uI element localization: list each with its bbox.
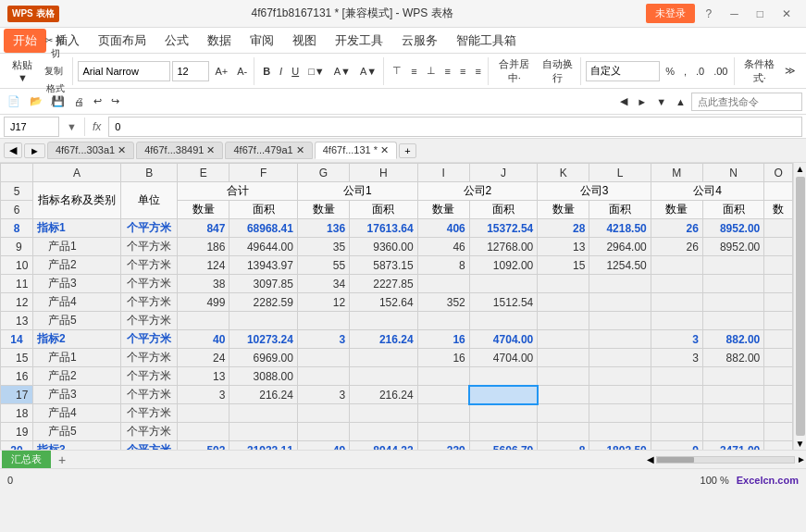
italic-button[interactable]: I [276,64,286,79]
cell-f10[interactable]: 13943.97 [229,256,298,275]
prev-tab-button[interactable]: ◀ [616,93,631,109]
border-button[interactable]: □▼ [304,64,329,79]
cell-o12[interactable] [764,293,793,312]
cell-gh5[interactable]: 公司1 [297,182,417,201]
copy-button[interactable]: 复制 [41,63,70,80]
cell-j15[interactable]: 4704.00 [469,349,538,367]
cell-e17[interactable]: 3 [178,386,229,404]
help-button[interactable]: ? [699,6,720,22]
scroll-thumb[interactable] [796,177,805,436]
horizontal-thumb[interactable] [657,457,694,463]
cell-a13[interactable]: 产品5 [33,312,121,330]
cell-o10[interactable] [764,256,793,275]
cell-h15[interactable] [350,349,418,367]
align-right[interactable]: ≡ [471,64,484,79]
cell-l8[interactable]: 4218.50 [589,219,651,238]
tab-nav-left[interactable]: ◀ [4,142,22,158]
cell-i18[interactable] [417,404,469,423]
cell-g9[interactable]: 35 [297,238,349,256]
cell-k6[interactable]: 数量 [538,201,589,219]
tab-up-button[interactable]: ▲ [672,94,689,109]
cell-n9[interactable]: 8952.00 [702,238,763,256]
cell-o18[interactable] [764,404,793,423]
cell-a11[interactable]: 产品3 [33,275,121,293]
cell-l14[interactable] [589,330,651,349]
cell-l17[interactable] [589,386,651,404]
cell-m16[interactable] [651,367,702,386]
cell-j11[interactable] [469,275,538,293]
cell-n13[interactable] [702,312,763,330]
col-header-m[interactable]: M [651,164,702,182]
cell-e15[interactable]: 24 [178,349,229,367]
cell-l20[interactable]: 1802.50 [589,441,651,451]
cell-i6[interactable]: 数量 [417,201,469,219]
cell-g6[interactable]: 数量 [297,201,349,219]
undo-button[interactable]: ↩ [90,93,105,109]
font-size-increase[interactable]: A+ [211,64,231,79]
cell-m20[interactable]: 9 [651,441,702,451]
scroll-down-button[interactable]: ▼ [795,438,806,450]
cell-f9[interactable]: 49644.00 [229,238,298,256]
cell-k12[interactable] [538,293,589,312]
cell-i9[interactable]: 46 [417,238,469,256]
cell-h8[interactable]: 17613.64 [350,219,418,238]
menu-item-dev[interactable]: 开发工具 [326,29,392,53]
cell-n19[interactable] [702,423,763,441]
cell-o19[interactable] [764,423,793,441]
cell-n15[interactable]: 882.00 [702,349,763,367]
cell-f19[interactable] [229,423,298,441]
col-header-a[interactable]: A [33,164,121,182]
cell-b17[interactable]: 个平方米 [121,386,178,404]
cell-h20[interactable]: 8944.22 [350,441,418,451]
font-family-input[interactable] [78,61,170,81]
cell-j10[interactable]: 1092.00 [469,256,538,275]
col-header-l[interactable]: L [589,164,651,182]
cell-h6[interactable]: 面积 [350,201,418,219]
cell-f12[interactable]: 2282.59 [229,293,298,312]
cell-l16[interactable] [589,367,651,386]
cell-g13[interactable] [297,312,349,330]
cell-n8[interactable]: 8952.00 [702,219,763,238]
cell-b19[interactable]: 个平方米 [121,423,178,441]
font-size-input[interactable] [172,61,209,81]
cell-h17[interactable]: 216.24 [350,386,418,404]
cell-b8[interactable]: 个平方米 [121,219,178,238]
cell-i14[interactable]: 16 [417,330,469,349]
cell-e9[interactable]: 186 [178,238,229,256]
cell-k17[interactable] [538,386,589,404]
cell-i15[interactable]: 16 [417,349,469,367]
cell-o16[interactable] [764,367,793,386]
cell-e14[interactable]: 40 [178,330,229,349]
tab-dropdown-button[interactable]: ▼ [652,94,670,109]
cell-k16[interactable] [538,367,589,386]
cell-g14[interactable]: 3 [297,330,349,349]
cell-n12[interactable] [702,293,763,312]
cell-h12[interactable]: 152.64 [350,293,418,312]
cell-j8[interactable]: 15372.54 [469,219,538,238]
cell-j19[interactable] [469,423,538,441]
cell-l18[interactable] [589,404,651,423]
cell-a9[interactable]: 产品1 [33,238,121,256]
cell-i16[interactable] [417,367,469,386]
underline-button[interactable]: U [288,64,303,79]
cell-i11[interactable] [417,275,469,293]
cell-b20[interactable]: 个平方米 [121,441,178,451]
menu-item-layout[interactable]: 页面布局 [89,29,155,53]
cell-o8[interactable] [764,219,793,238]
open-button[interactable]: 📂 [26,93,46,109]
cell-g20[interactable]: 49 [297,441,349,451]
cell-j12[interactable]: 1512.54 [469,293,538,312]
cell-m17[interactable] [651,386,702,404]
cell-b18[interactable]: 个平方米 [121,404,178,423]
auto-wrap-button[interactable]: 自动换行 [538,56,577,87]
cond-format-button[interactable]: 条件格式· [739,56,779,87]
dec-decrease[interactable]: .00 [710,64,731,79]
percent-button[interactable]: % [662,64,678,79]
cell-i20[interactable]: 339 [417,441,469,451]
col-header-e[interactable]: E [178,164,229,182]
cell-n18[interactable] [702,404,763,423]
cell-n10[interactable] [702,256,763,275]
cell-a16[interactable]: 产品2 [33,367,121,386]
scroll-up-button[interactable]: ▲ [795,163,806,175]
save-button[interactable]: 💾 [48,93,68,109]
